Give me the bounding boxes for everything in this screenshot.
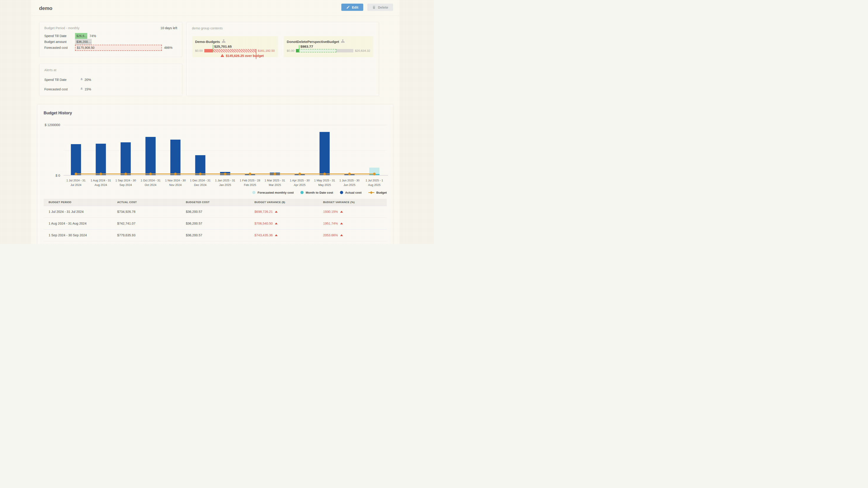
variance-up-icon	[340, 234, 343, 236]
legend-item[interactable]: Actual cost	[340, 191, 362, 194]
budget-marker	[323, 173, 326, 175]
days-left-label: 10 days left	[160, 26, 177, 30]
actual-cost-bar[interactable]	[71, 144, 81, 175]
chart-slot[interactable]	[337, 125, 362, 175]
x-axis-line	[64, 175, 388, 175]
budget-amount-label: Budget amount	[44, 40, 75, 43]
alert-forecast-value: 15%	[85, 88, 91, 91]
budget-remaining-segment	[299, 49, 336, 53]
budget-marker	[373, 173, 376, 175]
budget-period-rows: Spend Till Date $26,6... 74% Budget amou…	[44, 33, 177, 51]
left-column: Budget Period - monthly 10 days left Spe…	[39, 22, 182, 96]
budget-bar: $25,701.65	[204, 49, 256, 53]
actual-cost-bar[interactable]	[146, 137, 156, 175]
cell-actual-cost: $734,926.78	[112, 210, 181, 214]
variance-up-icon	[275, 223, 278, 224]
actual-cost-bar[interactable]	[96, 144, 106, 175]
x-axis-label: 1 Dec 2024 - 31Dec 2024	[188, 178, 213, 187]
legend-item[interactable]: Budget	[368, 191, 387, 194]
chart-slot[interactable]	[138, 125, 163, 175]
legend-label: Actual cost	[345, 191, 362, 194]
budget-period-card: Budget Period - monthly 10 days left Spe…	[39, 22, 182, 57]
chart-slot[interactable]	[262, 125, 287, 175]
budget-period-title: Budget Period - monthly	[44, 26, 80, 30]
budget-mini-card-demo-budgets[interactable]: Demo-Budgets $0.00 $25,701.65	[192, 36, 278, 57]
mini-budget-name: Demo-Budgets	[195, 40, 220, 44]
budget-marker	[224, 173, 226, 175]
spend-till-date-row: Spend Till Date $26,6... 74%	[44, 33, 177, 39]
cell-budget-period: 1 Sep 2024 - 30 Sep 2024	[43, 233, 112, 237]
alert-forecast-label: Forecasted cost	[44, 88, 80, 91]
actual-cost-bar[interactable]	[121, 142, 131, 175]
alert-spend-label: Spend Till Date	[44, 78, 80, 82]
chart-slot[interactable]	[88, 125, 113, 175]
chart-slot[interactable]	[213, 125, 238, 175]
budget-marker	[199, 173, 202, 175]
actual-cost-bar[interactable]	[320, 132, 330, 175]
spend-marker	[213, 45, 213, 53]
x-axis-label: 1 Nov 2024 - 30Nov 2024	[163, 178, 188, 187]
spent-amount-label: $983.77	[301, 44, 313, 48]
cell-budget-period: 1 Jul 2024 - 31 Jul 2024	[43, 210, 112, 214]
cell-budget-variance-usd: $698,726.21	[250, 210, 318, 214]
cell-budget-variance-pct: 1930.15%	[318, 210, 387, 214]
page: demo Edit Delete	[0, 0, 434, 244]
forecasted-cost-chip: $175,908.50	[75, 45, 162, 51]
chart-slot[interactable]	[238, 125, 262, 175]
chart-slot[interactable]	[287, 125, 312, 175]
cell-budget-variance-usd: $743,435.36	[250, 233, 318, 237]
edit-button[interactable]: Edit	[341, 4, 363, 11]
x-axis-labels: 1 Jul 2024 - 31Jul 20241 Aug 2024 - 31Au…	[64, 178, 387, 187]
delete-button[interactable]: Delete	[367, 4, 393, 11]
budget-max-label: $161,192.50	[258, 49, 275, 53]
pencil-icon	[346, 6, 350, 9]
x-axis-label: 1 Sep 2024 - 30Sep 2024	[113, 178, 138, 187]
actual-cost-bar[interactable]	[170, 140, 181, 175]
x-axis-label: 1 Jun 2025 - 30Jun 2025	[337, 178, 362, 187]
delete-button-label: Delete	[378, 5, 388, 9]
x-axis-label: 1 Jan 2025 - 31Jan 2025	[213, 178, 238, 187]
legend-swatch	[340, 191, 343, 194]
budget-history-title: Budget History	[43, 111, 387, 116]
spend-till-date-label: Spend Till Date	[44, 34, 75, 38]
y-axis-label-top: $ 1200000	[44, 123, 60, 127]
cell-budget-variance-usd: $706,540.50	[250, 222, 318, 225]
table-header-cell: BUDGET PERIOD	[43, 201, 112, 203]
chart-slot[interactable]	[312, 125, 337, 175]
legend-swatch	[368, 191, 374, 194]
forecasted-cost-percent: 486%	[164, 46, 173, 50]
budget-min-label: $0.00	[287, 49, 294, 53]
spent-segment	[296, 49, 299, 53]
alert-spend-value: 20%	[85, 78, 91, 82]
budget-marker	[174, 173, 177, 175]
content-panel: demo Edit Delete	[31, 0, 399, 244]
budget-marker	[124, 173, 127, 175]
bell-icon	[80, 78, 83, 82]
org-chart-icon	[341, 39, 345, 44]
budget-mini-card-donotdelete[interactable]: DonotDeletePerspectiveBudget $0.00 $983.…	[284, 36, 373, 57]
org-chart-icon	[222, 39, 225, 44]
budget-history-card: Budget History $ 1200000 $ 0 1 Jul 2024 …	[37, 104, 393, 244]
chart-slot[interactable]	[64, 125, 88, 175]
alert-row-spend: Spend Till Date 20%	[44, 78, 177, 82]
cell-actual-cost: $779,635.93	[112, 233, 181, 237]
budget-amount-chip: $36,200....	[75, 39, 92, 45]
page-title: demo	[39, 5, 53, 11]
legend-item[interactable]: Forecasted monthly cost	[252, 191, 293, 194]
bell-icon	[80, 87, 83, 91]
budget-end-line	[256, 49, 256, 59]
chart-slot[interactable]	[362, 125, 387, 175]
table-header-cell: BUDGETED COST	[181, 201, 250, 203]
chart-slot[interactable]	[188, 125, 213, 175]
spend-marker	[299, 45, 300, 53]
cell-budgeted-cost: $36,200.57	[181, 210, 250, 214]
cell-budget-variance-pct: 1951.74%	[318, 222, 387, 225]
chart-slot[interactable]	[163, 125, 188, 175]
x-axis-label: 1 Jul 2024 - 31Jul 2024	[64, 178, 88, 187]
actual-cost-bar[interactable]	[195, 155, 206, 175]
budget-marker	[298, 173, 301, 175]
budget-marker	[149, 173, 152, 175]
variance-up-icon	[340, 223, 343, 224]
legend-item[interactable]: Month to Date cost	[301, 191, 333, 194]
chart-slot[interactable]	[113, 125, 138, 175]
